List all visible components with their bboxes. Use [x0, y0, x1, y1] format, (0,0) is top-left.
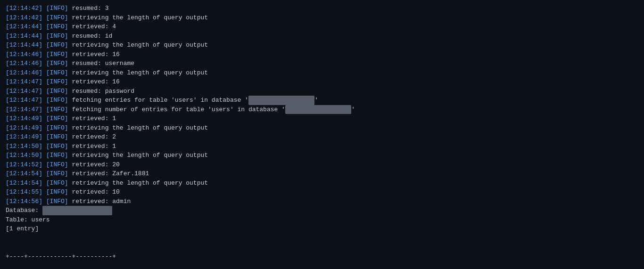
info-tag: [INFO]	[42, 4, 68, 13]
timestamp: [12:14:56]	[6, 197, 42, 206]
info-tag: [INFO]	[42, 22, 68, 32]
table-top-border: +----+------------+----------+	[6, 252, 638, 261]
timestamp: [12:14:50]	[6, 142, 42, 151]
log-text: retrieved: 4	[68, 22, 116, 32]
info-tag: [INFO]	[42, 50, 68, 59]
info-tag: [INFO]	[42, 179, 68, 188]
info-tag: [INFO]	[42, 32, 68, 41]
timestamp: [12:14:44]	[6, 32, 42, 41]
log-text: Table: users	[6, 215, 50, 225]
log-text: Database:	[6, 206, 42, 215]
log-text: '	[314, 96, 318, 105]
log-line-12: [12:14:47] [INFO] fetching number of ent…	[6, 105, 638, 114]
log-text: retrieved: 2	[68, 132, 116, 142]
info-tag: [INFO]	[42, 187, 68, 197]
log-line-10: [12:14:47] [INFO] resumed: password	[6, 87, 638, 96]
timestamp: [12:14:42]	[6, 4, 42, 13]
log-line-14: [12:14:49] [INFO] retrieving the length …	[6, 123, 638, 133]
timestamp: [12:14:42]	[6, 13, 42, 23]
log-text: retrieved: 10	[68, 187, 120, 197]
log-text: retrieved: 1	[68, 142, 116, 151]
log-text: resumed: id	[68, 32, 113, 41]
log-line-11: [12:14:47] [INFO] fetching entries for t…	[6, 96, 638, 105]
log-line-19: [12:14:54] [INFO] retrieved: Zafer.1881	[6, 169, 638, 179]
terminal-output: [12:14:42] [INFO] resumed: 3 [12:14:42] …	[6, 4, 638, 269]
log-text: retrieved: 20	[68, 160, 120, 170]
log-line-1: [12:14:42] [INFO] resumed: 3	[6, 4, 638, 13]
log-text: retrieving the length of query output	[68, 13, 208, 23]
log-text: [1 entry]	[6, 224, 39, 234]
log-text: retrieving the length of query output	[68, 123, 208, 133]
log-text: resumed: username	[68, 59, 134, 68]
timestamp: [12:14:49]	[6, 132, 42, 142]
log-line-9: [12:14:47] [INFO] retrieved: 16	[6, 77, 638, 87]
info-tag: [INFO]	[42, 169, 68, 179]
table-name-line: Table: users	[6, 215, 638, 225]
info-tag: [INFO]	[42, 160, 68, 170]
log-line-21: [12:14:55] [INFO] retrieved: 10	[6, 187, 638, 197]
log-text: retrieving the length of query output	[68, 151, 208, 160]
info-tag: [INFO]	[42, 114, 68, 123]
timestamp: [12:14:52]	[6, 160, 42, 170]
timestamp: [12:14:49]	[6, 114, 42, 123]
log-text: retrieving the length of query output	[68, 41, 208, 50]
log-text: resumed: 3	[68, 4, 109, 13]
timestamp: [12:14:49]	[6, 123, 42, 133]
log-text: fetching number of entries for table 'us…	[68, 105, 285, 114]
info-tag: [INFO]	[42, 105, 68, 114]
log-line-20: [12:14:54] [INFO] retrieving the length …	[6, 179, 638, 188]
info-tag: [INFO]	[42, 68, 68, 78]
log-line-2: [12:14:42] [INFO] retrieving the length …	[6, 13, 638, 23]
table-output: +----+------------+----------+ | id | pa…	[6, 234, 638, 269]
log-line-6: [12:14:46] [INFO] retrieved: 16	[6, 50, 638, 59]
timestamp: [12:14:47]	[6, 105, 42, 114]
log-line-22: [12:14:56] [INFO] retrieved: admin	[6, 197, 638, 206]
info-tag: [INFO]	[42, 87, 68, 96]
log-text: resumed: password	[68, 87, 134, 96]
log-line-16: [12:14:50] [INFO] retrieved: 1	[6, 142, 638, 151]
database-line: Database: xxxxxxxxxxxxxxxxx	[6, 206, 638, 215]
info-tag: [INFO]	[42, 151, 68, 160]
info-tag: [INFO]	[42, 41, 68, 50]
log-text: retrieved: admin	[68, 197, 131, 206]
redacted-db-name-2: xxxxxxxxxxxxxxxx	[285, 105, 351, 114]
log-line-7: [12:14:46] [INFO] resumed: username	[6, 59, 638, 68]
log-line-13: [12:14:49] [INFO] retrieved: 1	[6, 114, 638, 123]
timestamp: [12:14:44]	[6, 41, 42, 50]
log-line-4: [12:14:44] [INFO] resumed: id	[6, 32, 638, 41]
timestamp: [12:14:44]	[6, 22, 42, 32]
info-tag: [INFO]	[42, 197, 68, 206]
border-text: +----+------------+----------+	[6, 252, 116, 261]
timestamp: [12:14:46]	[6, 59, 42, 68]
timestamp: [12:14:47]	[6, 96, 42, 105]
timestamp: [12:14:54]	[6, 169, 42, 179]
timestamp: [12:14:46]	[6, 68, 42, 78]
log-line-18: [12:14:52] [INFO] retrieved: 20	[6, 160, 638, 170]
timestamp: [12:14:46]	[6, 50, 42, 59]
log-line-15: [12:14:49] [INFO] retrieved: 2	[6, 132, 638, 142]
log-text: fetching entries for table 'users' in da…	[68, 96, 248, 105]
info-tag: [INFO]	[42, 132, 68, 142]
log-line-3: [12:14:44] [INFO] retrieved: 4	[6, 22, 638, 32]
timestamp: [12:14:50]	[6, 151, 42, 160]
info-tag: [INFO]	[42, 13, 68, 23]
timestamp: [12:14:55]	[6, 187, 42, 197]
redacted-database: xxxxxxxxxxxxxxxxx	[42, 206, 112, 215]
timestamp: [12:14:54]	[6, 179, 42, 188]
info-tag: [INFO]	[42, 96, 68, 105]
log-text: retrieved: 1	[68, 114, 116, 123]
log-text: retrieved: 16	[68, 77, 120, 87]
info-tag: [INFO]	[42, 77, 68, 87]
log-text: '	[351, 105, 355, 114]
log-line-5: [12:14:44] [INFO] retrieving the length …	[6, 41, 638, 50]
timestamp: [12:14:47]	[6, 77, 42, 87]
entry-count-line: [1 entry]	[6, 224, 638, 234]
info-tag: [INFO]	[42, 59, 68, 68]
log-text: retrieving the length of query output	[68, 68, 208, 78]
log-text: retrieved: Zafer.1881	[68, 169, 149, 179]
log-text: retrieved: 16	[68, 50, 120, 59]
log-line-8: [12:14:46] [INFO] retrieving the length …	[6, 68, 638, 78]
timestamp: [12:14:47]	[6, 87, 42, 96]
redacted-db-name: xxxxxxxxxxxxxxxx	[248, 96, 314, 105]
log-text: retrieving the length of query output	[68, 179, 208, 188]
